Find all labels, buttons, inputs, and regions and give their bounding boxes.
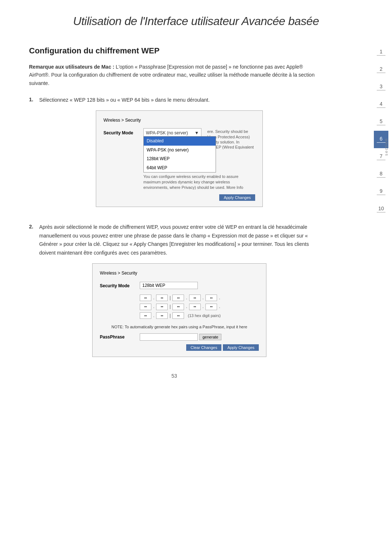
wep-key-row-3: •• . •• | •• (13 hex digit pairs) bbox=[140, 312, 259, 319]
note-block: Remarque aux utilisateurs de Mac : L'opt… bbox=[29, 63, 319, 87]
passphrase-input[interactable] bbox=[140, 333, 198, 341]
sidebar-item-1[interactable]: 1 bbox=[374, 44, 388, 61]
security-mode-row-1: Security Mode WPA-PSK (no server) ▼ Disa… bbox=[103, 128, 255, 150]
sidebar-item-10[interactable]: 10 bbox=[374, 200, 388, 218]
dropdown-arrow-1: ▼ bbox=[195, 129, 199, 137]
sidebar-item-9[interactable]: 9 bbox=[374, 183, 388, 200]
hex-label: (13 hex digit pairs) bbox=[188, 312, 221, 319]
key-field-1-4[interactable]: •• bbox=[189, 295, 201, 301]
sidebar-item-8[interactable]: 8 bbox=[374, 166, 388, 183]
ui-screenshot-1: Wireless > Security Security Mode WPA-PS… bbox=[96, 110, 263, 207]
drop-item-disabled[interactable]: Disabled bbox=[144, 137, 216, 145]
sidebar-divider-5 bbox=[377, 125, 385, 125]
sidebar-divider-3 bbox=[377, 90, 385, 90]
apply-button-row-1: Apply Changes bbox=[103, 194, 255, 201]
wep-keys: •• . •• | •• . •• . •• . bbox=[140, 294, 259, 319]
sidebar-item-5[interactable]: 5 bbox=[374, 113, 388, 131]
passphrase-row: PassPhrase generate bbox=[100, 333, 259, 341]
security-dropdown-1[interactable]: WPA-PSK (no server) ▼ Disabled WPA-PSK (… bbox=[143, 128, 201, 138]
key-field-1-3[interactable]: •• bbox=[172, 295, 184, 301]
page-number: 53 bbox=[29, 373, 319, 390]
clear-changes-button[interactable]: Clear Changes bbox=[186, 344, 221, 351]
step-1-number: 1. bbox=[29, 96, 39, 216]
key-field-1-1[interactable]: •• bbox=[140, 295, 151, 301]
key-field-2-1[interactable]: •• bbox=[140, 304, 151, 310]
security-mode-label-2: Security Mode bbox=[100, 281, 140, 289]
wep-key-row-2: •• . •• | •• . •• . •• . bbox=[140, 303, 259, 310]
key-field-2-4[interactable]: •• bbox=[189, 304, 201, 310]
section-title: Configuration du chiffrement WEP bbox=[29, 46, 319, 56]
sidebar-divider-9 bbox=[377, 195, 385, 195]
action-buttons-row: Clear Changes Apply Changes bbox=[100, 344, 259, 351]
security-mode-row-2: Security Mode 128bit WEP document.queryS… bbox=[100, 281, 259, 290]
key-field-2-3[interactable]: •• bbox=[172, 304, 184, 310]
key-field-1-5[interactable]: •• bbox=[205, 295, 217, 301]
step-2: 2. Après avoir sélectionné le mode de ch… bbox=[29, 223, 319, 366]
security-dropdown-2[interactable]: 128bit WEP document.querySelector('[data… bbox=[140, 281, 198, 290]
passphrase-label: PassPhrase bbox=[100, 333, 140, 341]
drop-item-wpa-psk[interactable]: WPA-PSK (no server) bbox=[144, 146, 216, 154]
dropdown-value-1: WPA-PSK (no server) bbox=[146, 129, 195, 137]
dropdown-popup-1: Disabled WPA-PSK (no server) 128bit WEP … bbox=[143, 136, 216, 173]
note-label: Remarque aux utilisateurs de Mac : bbox=[29, 64, 114, 70]
step-2-text: Après avoir sélectionné le mode de chiff… bbox=[39, 224, 309, 256]
sidebar-item-4[interactable]: 4 bbox=[374, 96, 388, 113]
key-field-1-2[interactable]: •• bbox=[156, 295, 168, 301]
breadcrumb-1: Wireless > Security bbox=[103, 117, 255, 124]
step-2-number: 2. bbox=[29, 223, 39, 366]
breadcrumb-2: Wireless > Security bbox=[100, 269, 259, 277]
step-1-text: Sélectionnez « WEP 128 bits » ou « WEP 6… bbox=[39, 97, 210, 103]
passphrase-note: NOTE: To automatically generate hex pair… bbox=[100, 324, 259, 330]
ui-description-1: You can configure wireless security enab… bbox=[143, 174, 255, 191]
wep-key-row-1: •• . •• | •• . •• . •• . bbox=[140, 294, 259, 301]
security-select-2[interactable]: 128bit WEP bbox=[140, 282, 198, 289]
sidebar-divider-7 bbox=[377, 160, 385, 160]
apply-changes-button[interactable]: Apply Changes bbox=[223, 344, 259, 351]
drop-item-64bit[interactable]: 64bit WEP bbox=[144, 163, 216, 172]
sidebar-divider-2 bbox=[377, 73, 385, 73]
sidebar-divider-8 bbox=[377, 177, 385, 178]
drop-item-128bit[interactable]: 128bit WEP bbox=[144, 154, 216, 163]
sidebar: 1 2 3 4 5 6 7 8 9 10 section bbox=[370, 0, 392, 560]
key-field-3-3[interactable]: •• bbox=[172, 312, 184, 319]
generate-button[interactable]: generate bbox=[199, 334, 221, 340]
apply-button-1[interactable]: Apply Changes bbox=[219, 194, 255, 201]
step-1: 1. Sélectionnez « WEP 128 bits » ou « WE… bbox=[29, 96, 319, 216]
ui-screenshot-2: Wireless > Security Security Mode 128bit… bbox=[92, 263, 266, 357]
section-label: section bbox=[384, 138, 388, 156]
sidebar-item-3[interactable]: 3 bbox=[374, 78, 388, 96]
key-field-3-1[interactable]: •• bbox=[140, 312, 151, 319]
sidebar-divider-10 bbox=[377, 212, 385, 212]
sidebar-divider-1 bbox=[377, 55, 385, 56]
sidebar-item-2[interactable]: 2 bbox=[374, 61, 388, 78]
key-field-3-2[interactable]: •• bbox=[156, 312, 168, 319]
key-field-2-2[interactable]: •• bbox=[156, 304, 168, 310]
sidebar-divider-4 bbox=[377, 107, 385, 108]
security-mode-label-1: Security Mode bbox=[103, 128, 143, 137]
steps-list: 1. Sélectionnez « WEP 128 bits » ou « WE… bbox=[29, 96, 319, 366]
key-field-2-5[interactable]: •• bbox=[205, 304, 217, 310]
page-title: Utilisation de l'Interface utilisateur A… bbox=[0, 0, 392, 39]
